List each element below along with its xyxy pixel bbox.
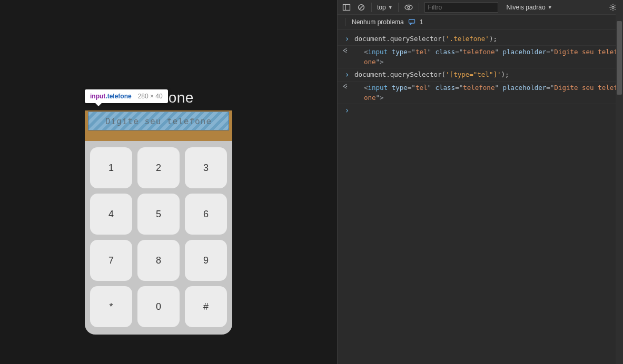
phone-input-placeholder: Digite seu telefone <box>105 116 212 126</box>
devtools-panel: top ▼ Níveis padrão ▼ Nenhum problema 1 … <box>337 0 623 364</box>
chevron-down-icon: ▼ <box>548 5 552 10</box>
issues-icon <box>408 18 416 26</box>
console-element: <input type="tel" class="telefone" place… <box>352 83 619 103</box>
issues-text: Nenhum problema <box>352 18 404 26</box>
chevron-down-icon: ▼ <box>388 5 393 10</box>
console-element: <input type="tel" class="telefone" place… <box>352 47 619 67</box>
console-output[interactable]: ›document.querySelector('.telefone');<in… <box>338 29 623 120</box>
context-label: top <box>377 4 386 11</box>
element-inspect-tooltip: input.telefone 280 × 40 <box>85 89 168 103</box>
keypad-key-8[interactable]: 8 <box>137 240 180 281</box>
keypad-key-#[interactable]: # <box>185 286 227 327</box>
levels-label: Níveis padrão <box>507 4 546 11</box>
toggle-sidebar-icon[interactable] <box>342 3 351 12</box>
result-arrow-icon <box>342 83 352 89</box>
svg-point-8 <box>346 50 347 51</box>
svg-point-5 <box>408 6 410 8</box>
scrollbar-thumb[interactable] <box>617 21 622 95</box>
log-levels-selector[interactable]: Níveis padrão ▼ <box>507 4 552 11</box>
devtools-toolbar: top ▼ Níveis padrão ▼ <box>338 0 623 15</box>
keypad-key-4[interactable]: 4 <box>90 194 132 235</box>
highlight-margin <box>85 132 232 141</box>
svg-point-9 <box>346 86 347 87</box>
live-expression-icon[interactable] <box>404 3 413 12</box>
keypad-key-9[interactable]: 9 <box>185 240 227 281</box>
console-prompt[interactable]: › <box>338 104 623 117</box>
tooltip-tag: input <box>90 93 105 100</box>
divider <box>345 18 345 26</box>
keypad-key-6[interactable]: 6 <box>185 194 227 235</box>
console-result-row[interactable]: <input type="tel" class="telefone" place… <box>338 46 623 68</box>
keypad-key-2[interactable]: 2 <box>137 147 180 188</box>
keypad-key-*[interactable]: * <box>90 286 132 327</box>
chevron-right-icon: › <box>342 105 352 116</box>
console-result-row[interactable]: <input type="tel" class="telefone" place… <box>338 82 623 104</box>
page-viewport: input.telefone 280 × 40 AluraFone Digite… <box>0 0 337 364</box>
chevron-right-icon: › <box>342 69 352 80</box>
console-input-row[interactable]: ›document.querySelector('[type="tel"]'); <box>338 68 623 82</box>
svg-point-4 <box>405 5 412 9</box>
svg-rect-0 <box>343 4 350 10</box>
svg-rect-7 <box>409 19 414 23</box>
issues-count: 1 <box>420 18 423 26</box>
execution-context-selector[interactable]: top ▼ <box>377 4 393 11</box>
console-code: document.querySelector('.telefone'); <box>352 34 619 44</box>
result-arrow-icon <box>342 47 352 54</box>
console-input-row[interactable]: ›document.querySelector('.telefone'); <box>338 33 623 46</box>
tooltip-dimensions: 280 × 40 <box>138 93 163 100</box>
console-filter-input[interactable] <box>424 2 498 13</box>
keypad-key-5[interactable]: 5 <box>137 194 180 235</box>
svg-line-3 <box>360 5 363 9</box>
inspected-element-highlight[interactable]: Digite seu telefone <box>85 110 232 132</box>
chevron-right-icon: › <box>342 34 352 44</box>
svg-point-6 <box>612 6 614 8</box>
clear-console-icon[interactable] <box>357 3 366 12</box>
keypad-key-3[interactable]: 3 <box>185 147 227 188</box>
keypad-key-1[interactable]: 1 <box>90 147 132 188</box>
issues-bar[interactable]: Nenhum problema 1 <box>338 15 623 29</box>
console-code: document.querySelector('[type="tel"]'); <box>352 69 619 79</box>
keypad-key-0[interactable]: 0 <box>137 286 180 327</box>
tooltip-class: .telefone <box>105 93 131 100</box>
keypad: 123456789*0# <box>85 141 232 335</box>
scrollbar-vertical[interactable] <box>616 0 623 364</box>
keypad-key-7[interactable]: 7 <box>90 240 132 281</box>
